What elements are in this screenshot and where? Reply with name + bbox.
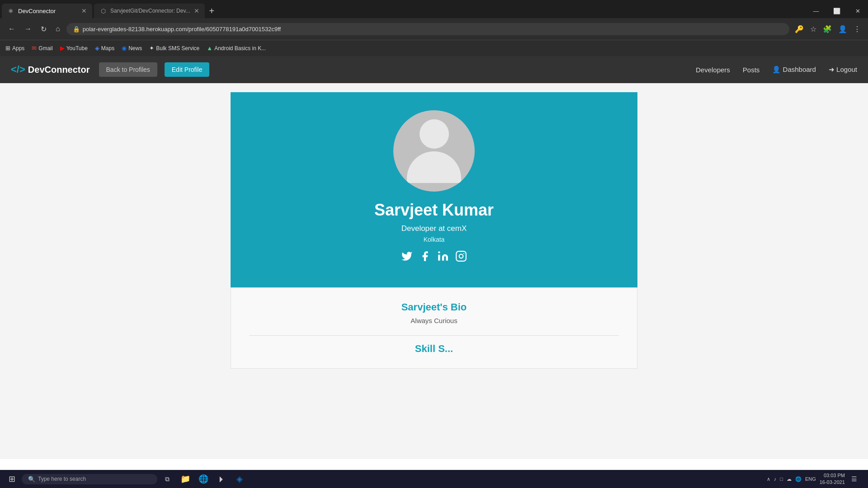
profile-icon[interactable]: 👤 [836,23,849,35]
nav-dashboard[interactable]: 👤 Dashboard [772,66,816,74]
avatar-silhouette [407,119,461,183]
skills-title: Skill S... [249,343,619,355]
system-clock[interactable]: 03:03 PM 16-03-2021 [820,472,845,486]
facebook-link[interactable] [419,250,431,265]
bio-text: Always Curious [249,317,619,324]
social-icons [401,250,467,265]
svg-point-0 [438,251,440,253]
dashboard-icon: 👤 [772,66,783,73]
app-logo[interactable]: </> DevConnector [11,64,90,75]
bookmark-sms-label: Bulk SMS Service [156,45,199,52]
chrome-button[interactable]: 🌐 [195,471,212,487]
profile-title: Developer at cemX [401,224,467,233]
nav-posts[interactable]: Posts [743,66,760,74]
menu-icon[interactable]: ⋮ [852,23,863,35]
address-actions: 🔑 ☆ 🧩 👤 ⋮ [793,23,863,35]
back-button[interactable]: ← [5,23,18,35]
page-content: Sarvjeet Kumar Developer at cemX Kolkata… [0,83,868,459]
bookmark-icon[interactable]: ☆ [808,23,818,35]
taskbar-search-text: Type here to search [38,476,86,482]
close-button[interactable]: ✕ [847,4,868,18]
start-button[interactable]: ⊞ [4,471,20,487]
bookmark-apps-label: Apps [12,45,24,52]
minimize-button[interactable]: — [806,4,826,18]
media-button[interactable]: ⏵ [213,471,230,487]
android-icon: ▲ [207,45,212,52]
svg-point-2 [459,254,463,258]
tab-row: ⚛ DevConnector ✕ ⬡ SarvjeetGit/DevConnec… [0,0,868,18]
tray-language[interactable]: ENG [805,476,816,482]
avatar-head [420,119,449,149]
tab2-title: SarvjeetGit/DevConnector: Dev... [110,8,190,14]
bookmark-youtube-label: YouTube [66,45,88,52]
bookmarks-bar: ⊞ Apps ✉ Gmail ▶ YouTube ◈ Maps ◉ News ✦… [0,40,868,56]
back-to-profiles-button[interactable]: Back to Profiles [99,62,157,77]
bookmark-news[interactable]: ◉ News [122,45,142,52]
edit-profile-button[interactable]: Edit Profile [165,62,210,77]
sms-icon: ✦ [149,45,154,52]
youtube-icon: ▶ [60,45,65,52]
bookmark-youtube[interactable]: ▶ YouTube [60,45,88,52]
instagram-link[interactable] [455,250,467,265]
linkedin-link[interactable] [437,250,449,265]
new-tab-button[interactable]: + [205,4,219,18]
taskbar: ⊞ 🔍 Type here to search ⧉ 📁 🌐 ⏵ ◈ ∧ ♪ □ … [0,470,868,488]
nav-logout[interactable]: ➜ Logout [829,66,857,74]
chrome-icon: 🌐 [198,474,208,484]
logo-code-symbol: </> [11,64,25,75]
clock-date: 16-03-2021 [820,479,845,486]
logo-name: DevConnector [28,65,90,75]
tray-display[interactable]: □ [780,476,783,482]
tray-volume[interactable]: ♪ [774,476,777,482]
twitter-link[interactable] [401,250,413,265]
lock-icon: 🔒 [73,26,80,33]
tab-github[interactable]: ⬡ SarvjeetGit/DevConnector: Dev... ✕ [94,4,205,18]
url-text: polar-everglades-82138.herokuapp.com/pro… [83,26,281,33]
url-bar[interactable]: 🔒 polar-everglades-82138.herokuapp.com/p… [66,23,789,35]
bookmark-gmail[interactable]: ✉ Gmail [32,45,52,52]
forward-button[interactable]: → [22,23,34,35]
task-view-icon: ⧉ [165,475,170,483]
tray-network[interactable]: 🌐 [795,476,802,482]
bookmark-apps[interactable]: ⊞ Apps [5,45,24,52]
file-explorer-icon: 📁 [180,474,190,484]
notification-button[interactable]: ☰ [849,475,860,483]
bookmark-android[interactable]: ▲ Android Basics in K... [207,45,266,52]
tray-cloud[interactable]: ☁ [787,476,792,482]
reload-button[interactable]: ↻ [38,23,49,35]
extensions-icon[interactable]: 🧩 [821,23,834,35]
bookmark-android-label: Android Basics in K... [214,45,266,52]
tab1-title: DevConnector [18,8,56,14]
tab1-favicon: ⚛ [7,7,14,14]
bookmark-maps[interactable]: ◈ Maps [95,45,114,52]
clock-time: 03:03 PM [820,472,845,479]
tab2-close[interactable]: ✕ [194,7,199,14]
nav-links: Developers Posts 👤 Dashboard ➜ Logout [696,66,857,74]
tabs-area: ⚛ DevConnector ✕ ⬡ SarvjeetGit/DevConnec… [0,4,806,18]
news-icon: ◉ [122,45,127,52]
window-controls: — ⬜ ✕ [806,4,868,18]
file-explorer-button[interactable]: 📁 [177,471,193,487]
tab-devconnector[interactable]: ⚛ DevConnector ✕ [2,4,92,18]
taskbar-search[interactable]: 🔍 Type here to search [22,474,157,484]
key-icon[interactable]: 🔑 [793,23,806,35]
logout-icon: ➜ [829,66,836,73]
bio-divider [249,335,619,336]
vscode-button[interactable]: ◈ [231,471,248,487]
app-navbar: </> DevConnector Back to Profiles Edit P… [0,56,868,83]
bio-card: Sarvjeet's Bio Always Curious Skill S... [231,287,637,369]
profile-location: Kolkata [424,236,445,243]
svg-rect-1 [456,251,466,261]
nav-developers[interactable]: Developers [696,66,730,74]
bookmark-maps-label: Maps [101,45,114,52]
task-view-button[interactable]: ⧉ [159,471,175,487]
tray-chevron[interactable]: ∧ [767,476,770,482]
bio-title: Sarvjeet's Bio [249,301,619,313]
tab1-close[interactable]: ✕ [81,7,87,14]
taskbar-search-icon: 🔍 [28,476,35,483]
bookmark-bulk-sms[interactable]: ✦ Bulk SMS Service [149,45,199,52]
home-button[interactable]: ⌂ [53,23,63,35]
svg-point-3 [463,253,464,254]
maximize-button[interactable]: ⬜ [826,4,847,18]
apps-icon: ⊞ [5,45,10,52]
